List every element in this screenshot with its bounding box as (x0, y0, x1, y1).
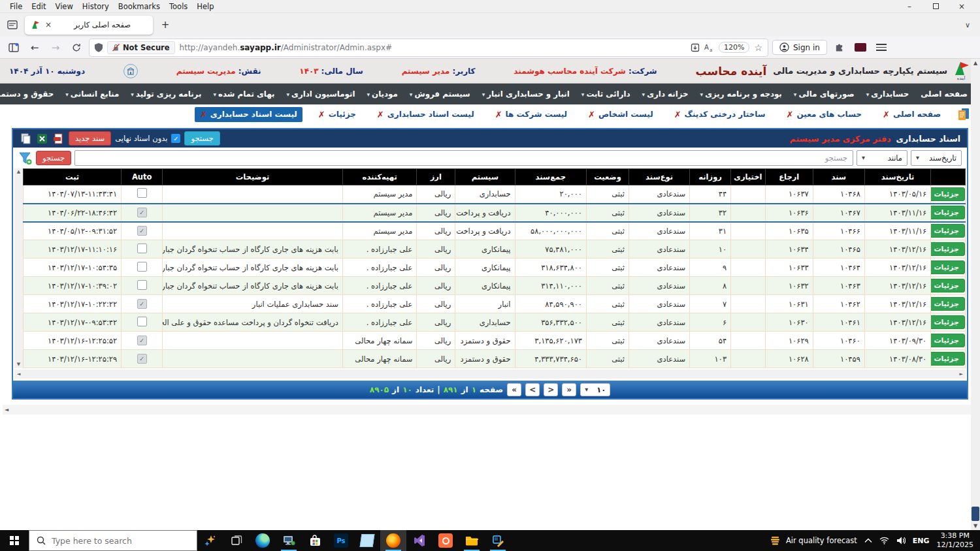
menu-edit[interactable]: Edit (27, 1, 50, 12)
column-header[interactable]: Auto (122, 169, 163, 185)
column-header[interactable]: نوع‌سند (629, 169, 689, 185)
auto-checkbox[interactable]: ✓ (137, 299, 147, 309)
new-document-button[interactable]: سند جدید (69, 131, 111, 146)
table-row[interactable]: جزئیات۱۴۰۳/۱۱/۱۶۱۰۴۶۷۱۰۶۳۶۳۲سندعادیثبتی۴… (24, 204, 966, 222)
task-view-icon[interactable] (223, 530, 250, 551)
close-icon[interactable]: ✗ (588, 110, 595, 119)
taskbar-clock[interactable]: 3:38 PM 12/1/2025 (937, 531, 973, 550)
tab-close-icon[interactable]: × (45, 20, 52, 29)
signin-button[interactable]: Sign in (772, 40, 827, 55)
nav-item[interactable]: سیستم فروش▼ (404, 89, 476, 99)
auto-checkbox[interactable]: ✓ (137, 354, 147, 364)
menu-tools[interactable]: Tools (165, 1, 192, 12)
tray-chevron-icon[interactable] (864, 538, 872, 543)
nav-item[interactable]: صورتهای مالی▼ (788, 89, 860, 99)
nav-item[interactable]: بودجه و برنامه ریزی▼ (694, 89, 788, 99)
app-menu-hamburger-icon[interactable] (873, 39, 890, 56)
column-header[interactable]: ارز (417, 169, 455, 185)
details-button[interactable]: جزئیات (931, 242, 965, 256)
next-page-button[interactable]: > (544, 383, 558, 396)
workspace-tab[interactable]: لیست اسناد حسابداری✗ (372, 107, 480, 122)
menu-help[interactable]: Help (192, 1, 218, 12)
details-button[interactable]: جزئیات (931, 297, 965, 311)
menu-history[interactable]: History (78, 1, 114, 12)
workspace-tab[interactable]: لیست اسناد حسابداری✗ (195, 107, 302, 122)
column-header[interactable]: تاریخ‌سند (864, 169, 930, 185)
table-row[interactable]: جزئیات۱۴۰۳/۱۲/۱۶۱۰۴۶۵۱۰۶۳۴۱۰سندعادیثبتی۷… (24, 240, 966, 259)
first-page-button[interactable]: « (507, 383, 521, 396)
language-indicator[interactable]: ENG (913, 537, 930, 545)
photos-icon[interactable] (354, 530, 380, 551)
details-button[interactable]: جزئیات (931, 187, 965, 201)
workspace-tab[interactable]: صفحه اصلی✗ (877, 107, 946, 122)
table-row[interactable]: جزئیات۱۴۰۳/۰۵/۱۶۱۰۴۶۸۱۰۶۳۷۴۴سندعادیثبتی۲… (24, 185, 966, 204)
table-row[interactable]: جزئیات۱۴۰۳/۱۲/۱۶۱۰۴۶۳۱۰۶۳۲۸سندعادیثبتی۳۱… (24, 277, 966, 295)
sidebar-icon[interactable] (5, 39, 22, 56)
workspace-tab[interactable]: ساختار درختی کدینگ✗ (669, 107, 771, 122)
column-header[interactable]: ارجاع (765, 169, 813, 185)
copy-icon[interactable] (20, 133, 32, 145)
column-header[interactable]: وضعیت (587, 169, 629, 185)
nav-item[interactable]: منابع انسانی▼ (59, 89, 125, 99)
scroll-down-icon[interactable]: ▼ (973, 523, 977, 529)
excel-export-icon[interactable] (36, 133, 48, 145)
details-button[interactable]: جزئیات (931, 279, 965, 292)
table-row[interactable]: جزئیات۱۴۰۳/۱۲/۱۶۱۰۴۶۱۱۰۶۳۰۶سندعادیثبتی۳۵… (24, 313, 966, 332)
column-header[interactable]: سند (813, 169, 864, 185)
scroll-up-icon[interactable]: ▲ (17, 170, 20, 174)
details-button[interactable]: جزئیات (931, 206, 965, 219)
auto-checkbox[interactable]: ✓ (137, 336, 147, 345)
nav-item[interactable]: حسابداری▼ (860, 89, 915, 99)
search-button-top[interactable]: جستجو (184, 131, 220, 146)
nav-item[interactable]: صفحه اصلی (915, 89, 973, 99)
scroll-left-icon[interactable]: ◄ (17, 372, 20, 377)
browser-tab[interactable]: × صفحه اصلی کاربر (25, 16, 153, 35)
reload-button[interactable] (68, 39, 85, 56)
nav-item[interactable]: مودیان▼ (361, 89, 403, 99)
maximize-button[interactable] (923, 2, 949, 11)
without-final-docs-checkbox[interactable]: ✓ (171, 134, 180, 143)
nav-item[interactable]: خزانه داری▼ (636, 89, 694, 99)
wifi-icon[interactable] (879, 537, 889, 544)
details-button[interactable]: جزئیات (931, 224, 965, 238)
url-field[interactable]: Not Secure http://ayandeh.sayapp.ir/Admi… (89, 39, 768, 57)
column-header[interactable]: اختیاری (731, 169, 766, 185)
nav-item[interactable]: اتوماسیون اداری▼ (280, 89, 361, 99)
details-button[interactable]: جزئیات (931, 260, 965, 274)
filter-operator-dropdown[interactable]: مانند ▼ (857, 150, 907, 166)
table-row[interactable]: جزئیات۱۴۰۳/۱۲/۱۶۱۰۴۶۲۱۰۶۳۱۷سندعادیثبتی۸۴… (24, 295, 966, 313)
close-icon[interactable]: ✗ (787, 110, 794, 119)
bookmark-star-icon[interactable]: ☆ (754, 42, 762, 53)
workspace-tab[interactable]: لیست شرکت ها✗ (490, 107, 572, 122)
workspace-tab[interactable]: جزئیات✗ (313, 107, 361, 122)
edge-icon[interactable] (250, 530, 276, 551)
close-icon[interactable]: ✗ (495, 110, 502, 119)
page-size-dropdown[interactable]: ۱۰ ▼ (580, 383, 610, 396)
menu-file[interactable]: File (5, 1, 27, 12)
column-header[interactable]: توضیحات (163, 169, 343, 185)
close-icon[interactable]: ✗ (674, 110, 681, 119)
menu-bookmarks[interactable]: Bookmarks (114, 1, 165, 12)
taskbar-search-input[interactable] (52, 536, 169, 546)
volume-icon[interactable] (896, 537, 906, 544)
search-button-red[interactable]: جستجو (36, 151, 71, 165)
auto-checkbox[interactable] (137, 317, 147, 326)
file-explorer-icon[interactable] (459, 530, 485, 551)
details-button[interactable]: جزئیات (931, 352, 965, 366)
search-input[interactable] (74, 150, 853, 166)
visual-studio-icon[interactable] (406, 530, 433, 551)
scroll-up-icon[interactable]: ▲ (973, 60, 977, 66)
page-horizontal-scrollbar[interactable]: ◄ ► (3, 405, 977, 415)
weather-widget[interactable]: Air quality forecast (770, 535, 857, 546)
table-vertical-scrollbar[interactable]: ▲ ▼ (14, 168, 23, 368)
table-row[interactable]: جزئیات۱۴۰۳/۰۹/۳۰۱۰۴۶۰۱۰۶۲۹۵۴سندعادیثبتی۳… (24, 332, 966, 350)
table-row[interactable]: جزئیات۱۴۰۳/۱۱/۱۶۱۰۴۶۶۱۰۶۳۵۳۱سندعادیثبتی۵… (24, 222, 966, 240)
close-button[interactable]: × (949, 2, 975, 11)
scroll-down-icon[interactable]: ▼ (17, 362, 20, 367)
notes-icon[interactable] (956, 107, 971, 121)
auto-checkbox[interactable] (137, 280, 147, 290)
column-header[interactable]: جمع‌سند (515, 169, 587, 185)
filter-funnel-icon[interactable] (18, 151, 33, 165)
save-page-icon[interactable] (691, 43, 700, 52)
new-tab-button[interactable]: + (157, 19, 174, 31)
